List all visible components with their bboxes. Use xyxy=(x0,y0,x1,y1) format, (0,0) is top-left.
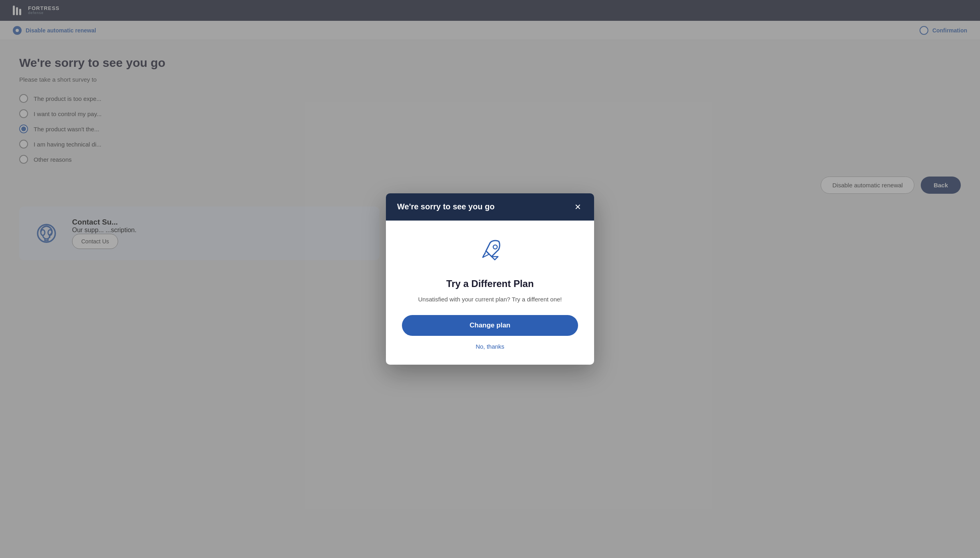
rocket-icon xyxy=(402,237,578,270)
modal-overlay: We're sorry to see you go ✕ Try a Differ… xyxy=(0,0,980,558)
modal-header: We're sorry to see you go ✕ xyxy=(386,193,594,221)
modal-header-title: We're sorry to see you go xyxy=(397,202,494,211)
modal-plan-description: Unsatisfied with your current plan? Try … xyxy=(402,295,578,304)
change-plan-button[interactable]: Change plan xyxy=(402,315,578,336)
modal-plan-title: Try a Different Plan xyxy=(402,278,578,289)
modal-close-button[interactable]: ✕ xyxy=(573,201,583,213)
svg-point-7 xyxy=(493,245,497,249)
modal-body: Try a Different Plan Unsatisfied with yo… xyxy=(386,221,594,365)
modal: We're sorry to see you go ✕ Try a Differ… xyxy=(386,193,594,365)
no-thanks-button[interactable]: No, thanks xyxy=(476,343,504,350)
